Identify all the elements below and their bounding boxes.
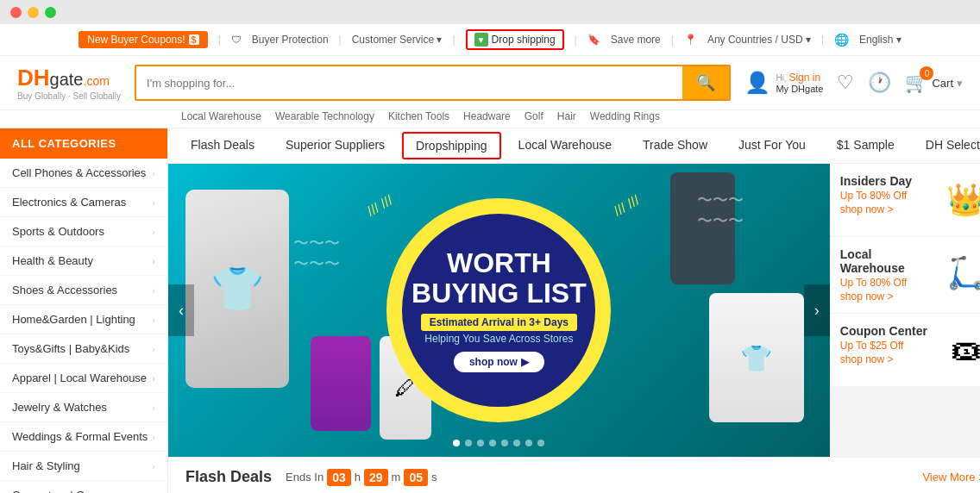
close-button[interactable] [10,7,22,18]
insiders-link[interactable]: shop now > [840,203,933,215]
maximize-button[interactable] [45,7,56,18]
sidebar-item-jewelry[interactable]: Jewelry & Watches › [0,393,167,422]
coupon-button[interactable]: New Buyer Coupons! $ [79,31,208,48]
sidebar-item-electronics[interactable]: Electronics & Cameras › [0,188,167,217]
warehouse-link[interactable]: shop now > [840,290,933,303]
quicklink-wedding[interactable]: Wedding Rings [590,110,660,122]
coupon-label: New Buyer Coupons! [87,34,185,46]
tab-flash-deals[interactable]: Flash Deals [177,129,268,162]
drop-shipping-button[interactable]: ▼ Drop shipping [466,29,564,50]
dot-5[interactable] [501,440,508,446]
buyer-protection-icon: 🛡 [231,34,242,46]
sidebar-item-shoes[interactable]: Shoes & Accessories › [0,276,167,305]
banner-title2: BUYING LIST [411,278,587,309]
history-icon[interactable]: 🕐 [868,72,891,93]
crown-icon: 👑 [940,174,980,226]
top-bar: New Buyer Coupons! $ | 🛡 Buyer Protectio… [0,24,980,56]
cart-button[interactable]: 🛒 0 Cart ▾ [905,72,963,94]
tab-just-for-you[interactable]: Just For You [725,129,820,162]
tab-trade-show[interactable]: Trade Show [629,129,721,162]
chevron-right-icon: › [152,227,155,237]
sidebar-item-health[interactable]: Health & Beauty › [0,246,167,276]
banner-title1: WORTH [447,248,551,278]
search-bar: 🔍 [135,65,731,101]
banner-prev-button[interactable]: ‹ [168,284,194,336]
flash-timer: Ends In 03 h 29 m 05 s [286,469,437,486]
scooter-icon: 🛴 [940,247,980,299]
dot-8[interactable] [537,440,544,446]
sidebar-item-home[interactable]: Home&Garden | Lighting › [0,305,167,334]
dot-6[interactable] [513,440,520,446]
quicklink-local-warehouse[interactable]: Local Warehouse [181,110,261,122]
cart-label: Cart [932,77,953,90]
quicklink-headware[interactable]: Headware [463,110,511,122]
drop-shipping-label: Drop shipping [492,34,556,46]
tab-local-warehouse[interactable]: Local Warehouse [505,129,625,162]
content-area: Flash Deals Superior Suppliers Dropshipp… [168,128,980,493]
cart-icon: 🛒 0 [905,72,928,94]
banner-wrapper: 👕 👕 🖊 〜〜〜〜〜〜 〜〜〜〜〜〜 /// /// /// /// WORT… [168,164,830,457]
tab-dh-select[interactable]: DH Select [912,129,980,162]
banner-shop-button[interactable]: shop now ▶ [454,352,544,372]
tab-superior-suppliers[interactable]: Superior Suppliers [272,129,399,162]
ends-in-label: Ends In [286,471,324,484]
chevron-right-icon: › [152,168,155,178]
save-more-link[interactable]: Save more [611,34,661,46]
view-more-link[interactable]: View More > [922,471,980,484]
search-button[interactable]: 🔍 [682,66,729,99]
coupon-link[interactable]: shop now > [840,353,933,365]
location-link[interactable]: Any Countries / USD ▾ [707,34,811,46]
minimize-button[interactable] [28,7,39,18]
mydhgate-label: My DHgate [776,84,823,94]
dot-2[interactable] [465,440,472,446]
right-card-insiders: Insiders Day Up To 80% Off shop now > 👑 [830,164,980,236]
quicklink-wearable[interactable]: Wearable Technology [275,110,374,122]
chevron-right-icon: › [152,315,155,325]
sidebar-item-hair[interactable]: Hair & Styling › [0,452,167,481]
sidebar-item-weddings[interactable]: Weddings & Formal Events › [0,422,167,452]
signin-hi: Hi, Sign in [776,72,823,84]
deco-diagonal: /// /// [611,192,642,219]
flash-deals-bar: Flash Deals Ends In 03 h 29 m 05 s View … [168,457,980,493]
quicklink-golf[interactable]: Golf [525,110,543,122]
flash-deals-title: Flash Deals [185,468,272,486]
banner-product-shirt: 👕 [709,293,804,422]
dot-3[interactable] [477,440,484,446]
sidebar-item-apparel[interactable]: Apparel | Local Warehouse › [0,364,167,393]
deco-lines-left: 〜〜〜〜〜〜 [293,233,340,274]
banner: 👕 👕 🖊 〜〜〜〜〜〜 〜〜〜〜〜〜 /// /// /// /// WORT… [168,164,830,457]
banner-subtitle1: Estimated Arrival in 3+ Days [421,314,577,331]
quicklink-kitchen[interactable]: Kitchen Tools [388,110,449,122]
dot-7[interactable] [525,440,532,446]
location-icon: 📍 [684,34,697,46]
tab-1-sample[interactable]: $1 Sample [823,129,908,162]
chevron-right-icon: › [152,197,155,208]
sidebar-item-sports[interactable]: Sports & Outdoors › [0,217,167,246]
sign-in-button[interactable]: 👤 Hi, Sign in My DHgate [744,71,823,95]
logo[interactable]: DH gate .com Buy Globally · Sell Globall… [17,65,121,101]
sidebar: ALL CATEGORIES Cell Phones & Accessories… [0,128,168,493]
search-input[interactable] [136,66,682,99]
banner-product-clothes: 👕 [185,190,289,388]
quicklink-hair[interactable]: Hair [557,110,576,122]
save-icon: 🔖 [587,34,600,46]
dot-1[interactable] [453,440,460,446]
tab-dropshipping[interactable]: Dropshipping [402,132,501,159]
right-panel: Insiders Day Up To 80% Off shop now > 👑 … [830,164,980,457]
sidebar-item-toys[interactable]: Toys&Gifts | Baby&Kids › [0,334,167,364]
history-container: 🕐 [868,72,891,94]
sidebar-item-computers[interactable]: Computers | Games › [0,481,167,493]
buyer-protection-link[interactable]: Buyer Protection [252,34,329,46]
header: DH gate .com Buy Globally · Sell Globall… [0,56,980,110]
s-label: s [431,471,437,484]
header-actions: 👤 Hi, Sign in My DHgate ♡ 🕐 🛒 0 Cart ▾ [744,71,963,95]
customer-service-link[interactable]: Customer Service ▾ [352,34,443,46]
language-link[interactable]: English ▾ [859,34,901,46]
dot-4[interactable] [489,440,496,446]
deco-diagonal2: /// /// [365,192,396,219]
sidebar-item-cell-phones[interactable]: Cell Phones & Accessories › [0,159,167,188]
wishlist-icon[interactable]: ♡ [837,72,854,93]
insiders-title: Insiders Day [840,174,933,188]
warehouse-title: Local Warehouse [840,247,933,275]
banner-next-button[interactable]: › [804,284,830,336]
